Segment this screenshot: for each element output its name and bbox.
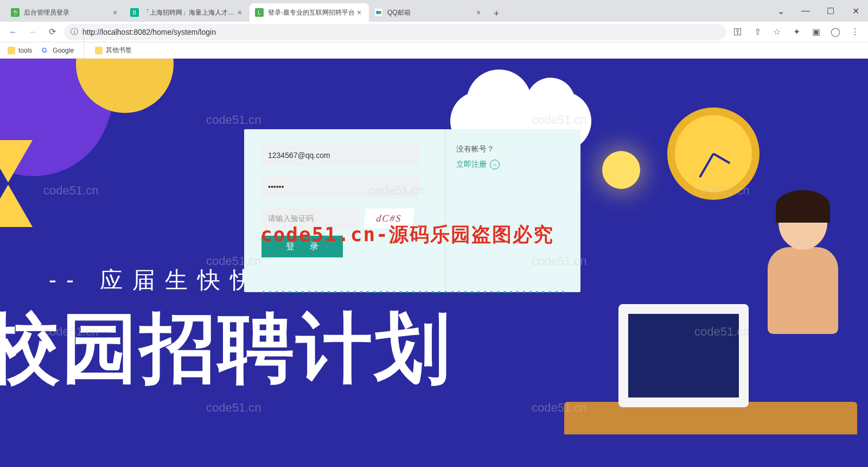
window-minimize-icon[interactable]: — [793, 0, 818, 22]
window-dropdown-icon[interactable]: ⌄ [768, 0, 793, 22]
login-button[interactable]: 登 录 [261, 236, 343, 257]
tab-admin[interactable]: 🍃 后台管理员登录 × [5, 3, 125, 22]
tab-qqmail[interactable]: QQ邮箱 × [369, 3, 488, 22]
close-icon[interactable]: × [235, 8, 244, 17]
login-form: dC#S 登 录 [244, 129, 445, 292]
username-input[interactable] [261, 144, 419, 166]
site-info-icon[interactable]: ⓘ [71, 27, 78, 37]
hourglass-icon [0, 140, 33, 227]
close-icon[interactable]: × [355, 8, 363, 17]
back-button[interactable]: ← [5, 24, 21, 40]
clock-icon [667, 108, 760, 200]
forward-button[interactable]: → [25, 24, 40, 40]
tab-shanghai[interactable]: B 「上海招聘网」海量上海人才招聘 × [125, 3, 250, 22]
monitor-illustration [618, 304, 749, 407]
folder-icon [8, 47, 15, 54]
qq-icon [374, 8, 383, 17]
person-illustration [760, 195, 846, 358]
page-content: -- 应届生快快 校园招聘计划 dC#S 登 录 没有帐号？ 立即注册 → co… [0, 59, 868, 467]
slogan-prefix: -- [49, 267, 84, 293]
bookmark-tools[interactable]: tools [8, 47, 32, 54]
new-tab-button[interactable]: + [488, 5, 505, 22]
svg-point-1 [378, 11, 381, 14]
bookmark-label: tools [18, 47, 32, 54]
b-icon: B [130, 8, 139, 17]
watermark: code51.cn [206, 401, 261, 415]
leaf-icon: 🍃 [11, 8, 20, 17]
l-icon: L [255, 8, 264, 17]
window-maximize-icon[interactable]: ☐ [818, 0, 843, 22]
window-close-icon[interactable]: ✕ [843, 0, 868, 22]
watermark: code51.cn [43, 184, 99, 198]
register-link[interactable]: 立即注册 → [456, 160, 570, 169]
arrow-right-icon: → [490, 160, 500, 169]
bookmark-label: 其他书签 [106, 46, 132, 55]
folder-icon [95, 47, 103, 54]
register-panel: 没有帐号？ 立即注册 → [445, 129, 580, 292]
lightbulb-icon [602, 151, 640, 189]
close-icon[interactable]: × [111, 8, 119, 17]
slogan-small-text: 应届生快快 [100, 267, 263, 293]
slogan-big: 校园招聘计划 [0, 298, 452, 401]
register-text: 立即注册 [456, 160, 487, 169]
tab-title: 「上海招聘网」海量上海人才招聘 [143, 8, 235, 17]
login-card: dC#S 登 录 没有帐号？ 立即注册 → [244, 129, 580, 292]
no-account-label: 没有帐号？ [456, 144, 570, 154]
reload-button[interactable]: ⟳ [44, 24, 60, 40]
tab-title: 后台管理员登录 [24, 8, 111, 17]
google-icon: G [42, 47, 49, 54]
captcha-input[interactable] [261, 207, 359, 229]
tab-login[interactable]: L 登录-最专业的互联网招聘平台 × [250, 3, 369, 22]
bookmark-label: Google [53, 47, 74, 54]
password-input[interactable] [261, 176, 419, 198]
watermark: code51.cn [206, 113, 261, 127]
slogan-small: -- 应届生快快 [49, 265, 263, 295]
tab-title: 登录-最专业的互联网招聘平台 [268, 8, 355, 17]
bookmarks-bar: tools G Google 其他书签 [0, 42, 868, 59]
close-icon[interactable]: × [474, 8, 483, 17]
captcha-image[interactable]: dC#S [363, 209, 414, 228]
browser-titlebar: 🍃 后台管理员登录 × B 「上海招聘网」海量上海人才招聘 × L 登录-最专业… [0, 0, 868, 22]
tab-title: QQ邮箱 [387, 8, 474, 17]
bookmark-google[interactable]: G Google [42, 47, 74, 54]
